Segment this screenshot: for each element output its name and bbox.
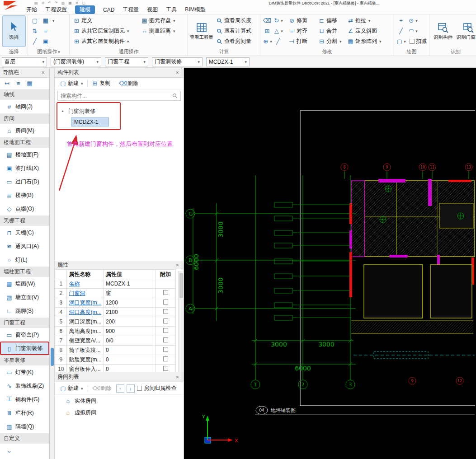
collapse-all-icon[interactable]: ↤: [4, 80, 10, 87]
project-select[interactable]: 门窗工程▾: [105, 57, 148, 66]
sheet-manage-icon[interactable]: ▦: [41, 16, 51, 25]
nav-scrollbar-thumb[interactable]: [51, 348, 54, 366]
tab-bim-model[interactable]: BIM模型: [185, 6, 205, 14]
properties-scrollbar[interactable]: [178, 271, 184, 372]
grid-view-icon[interactable]: ▦: [26, 80, 33, 87]
save-element-button[interactable]: ▤图元存盘▾: [139, 16, 186, 25]
attach-checkbox[interactable]: [163, 356, 168, 361]
cad-canvas[interactable]: C B A 1 2 3 8 9 10 11 13 9 12: [184, 68, 475, 459]
measure-distance-button[interactable]: ↔测量距离▾: [139, 27, 186, 35]
tree-group-door-window-opening[interactable]: •门窗洞装修: [59, 107, 184, 116]
copy-components-other-floor-button[interactable]: ⊞从其它层复制构件▾: [71, 37, 139, 46]
view-formula-button[interactable]: 查看计算式: [214, 27, 253, 35]
delete-room-button[interactable]: ⌫删除: [90, 384, 114, 393]
move-button[interactable]: ⊕▾: [262, 37, 272, 46]
rotate-button[interactable]: ↻▾: [273, 16, 283, 25]
nav-scrollbar[interactable]: [50, 68, 55, 459]
close-icon[interactable]: ×: [174, 262, 181, 268]
sheet-list-icon[interactable]: ≡: [41, 26, 51, 36]
property-row[interactable]: 5 洞口深度(m... 200: [55, 317, 176, 327]
offset-button[interactable]: ⊏偏移: [316, 16, 345, 25]
group-label-sheet-ops[interactable]: 图纸操作▾: [28, 48, 69, 56]
deduct-toggle[interactable]: 扣减: [408, 37, 426, 46]
copy-element-button[interactable]: ⊞: [262, 26, 272, 36]
rect-array-button[interactable]: ▦矩形阵列▾: [345, 37, 387, 46]
component-select[interactable]: MCDZX-1▾: [206, 57, 250, 66]
push-pull-button[interactable]: ⇄推拉▾: [345, 16, 387, 25]
break-button[interactable]: ⊣打断: [287, 37, 316, 46]
property-row[interactable]: 2 门窗洞 窗: [55, 289, 176, 298]
close-icon[interactable]: ×: [174, 69, 181, 76]
sidebar-item-wall-elevation[interactable]: ▧墙立面(V): [0, 290, 49, 304]
undo-icon[interactable]: ↶: [48, 1, 51, 5]
type-select[interactable]: 门窗洞装修▾: [152, 57, 203, 66]
sidebar-item-door-stone[interactable]: ▭过门石(D): [0, 175, 49, 188]
sidebar-item-accent[interactable]: ◇点缀(O): [0, 202, 49, 215]
mirror-button[interactable]: △▾: [273, 26, 283, 36]
property-row[interactable]: 1 名称 MCDZX-1: [55, 279, 176, 289]
line-icon[interactable]: ╱: [396, 26, 406, 36]
sidebar-item-steel-member[interactable]: 工钢构件(G): [0, 393, 49, 406]
component-search-box[interactable]: [57, 91, 181, 101]
trim-button[interactable]: ⊘修剪: [287, 16, 316, 25]
align-button[interactable]: ≡对齐: [287, 27, 316, 35]
tab-quantities[interactable]: 工程量: [123, 6, 139, 14]
sheet-icon[interactable]: ▢: [82, 1, 86, 5]
new-room-button[interactable]: ▢新建▾: [57, 384, 85, 393]
property-row[interactable]: 8 筒子板宽度... 0: [55, 346, 176, 355]
arc-button[interactable]: ◠▾: [408, 26, 418, 36]
sidebar-item-light-strip[interactable]: ▭灯带(K): [0, 365, 49, 379]
attach-checkbox[interactable]: [163, 290, 168, 295]
sidebar-item-curtain-box[interactable]: ▭窗帘盒(P): [0, 328, 49, 342]
room-item-virtual[interactable]: ⌂虚拟房间: [55, 407, 184, 418]
tab-tools[interactable]: 工具: [166, 6, 177, 14]
extend-button[interactable]: ╱: [273, 37, 283, 46]
sheet-insert-icon[interactable]: ▢: [30, 16, 40, 25]
copy-component-button[interactable]: ⊞复制: [90, 79, 113, 88]
save-icon[interactable]: ▤: [34, 1, 38, 5]
copy-elements-other-floor-button[interactable]: ⊞从其它层复制图元▾: [71, 27, 139, 35]
properties-scrollbar-thumb[interactable]: [179, 273, 183, 298]
sidebar-item-custom[interactable]: ⌄: [0, 444, 49, 457]
delete-element-icon[interactable]: ⌫: [262, 16, 272, 25]
point-icon[interactable]: +: [396, 16, 406, 25]
define-slope-button[interactable]: ∠定义斜面: [345, 27, 387, 35]
attach-checkbox[interactable]: [163, 337, 168, 342]
sidebar-item-decor-line[interactable]: ∿装饰线条(Z): [0, 379, 49, 393]
attach-checkbox[interactable]: [163, 347, 168, 352]
property-row[interactable]: 7 侧壁宽度A/... 0/0: [55, 336, 176, 346]
sheet-line-icon[interactable]: ╱: [30, 37, 40, 46]
category-select[interactable]: (门窗洞装修)▾: [51, 57, 101, 66]
attach-checkbox[interactable]: [163, 366, 168, 371]
sheet-swap-icon[interactable]: ⇅: [30, 26, 40, 36]
circle-button[interactable]: ⊙▾: [408, 16, 418, 25]
attach-checkbox[interactable]: [163, 309, 168, 314]
floor-select[interactable]: 首层▾: [2, 57, 47, 66]
move-up-button[interactable]: ↑: [116, 384, 124, 393]
sidebar-item-door-window-opening[interactable]: ▯门窗洞装修: [0, 342, 49, 355]
sidebar-item-stairs[interactable]: ≣楼梯(B): [0, 188, 49, 202]
list-view-icon[interactable]: ≡: [15, 80, 22, 87]
sidebar-item-axis-grid[interactable]: #轴网(J): [0, 100, 49, 113]
recognize-door-window-table-button[interactable]: 识别门窗表: [457, 15, 476, 47]
delete-component-button[interactable]: ⌫删除: [117, 79, 141, 88]
sidebar-item-room[interactable]: ⌂房间(M): [0, 124, 49, 137]
attach-checkbox[interactable]: [163, 318, 168, 323]
view-perimeter-button[interactable]: 查看周长度: [214, 16, 253, 25]
property-row[interactable]: 9 贴脸宽度(m... 0: [55, 355, 176, 365]
property-row[interactable]: 3 洞口宽度(m... 1200: [55, 298, 176, 308]
split-button[interactable]: ⊟分割▾: [316, 37, 345, 46]
rect-button[interactable]: ▢▾: [396, 37, 406, 46]
print-icon[interactable]: ▥: [61, 1, 65, 5]
view-quantity-button[interactable]: 查看工程量: [190, 15, 213, 47]
view-room-quantity-button[interactable]: 查看房间量: [214, 37, 253, 46]
tab-start[interactable]: 开始: [26, 6, 37, 14]
sidebar-item-railing[interactable]: Ⅲ栏杆(R): [0, 406, 49, 420]
property-row[interactable]: 6 离地高度(m... 900: [55, 327, 176, 336]
new-component-button[interactable]: ▢新建▾: [57, 79, 85, 88]
select-button[interactable]: 选择: [2, 15, 26, 47]
sidebar-item-skirting[interactable]: ∟踢脚(S): [0, 304, 49, 318]
add-icon[interactable]: ⊕: [75, 1, 79, 5]
merge-button[interactable]: ⊔合并: [316, 27, 345, 35]
sidebar-item-wave-line[interactable]: ▣波打线(X): [0, 161, 49, 175]
